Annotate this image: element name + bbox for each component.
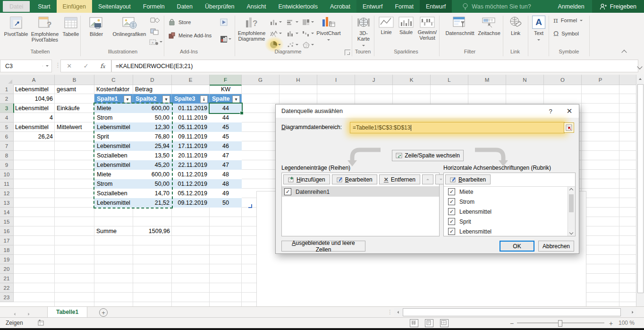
add-series-button[interactable]: Hinzufügen <box>283 174 330 184</box>
tab-seitenlayout[interactable]: Seitenlayout <box>92 0 137 13</box>
chart-data-range-input[interactable]: =Tabelle1!$C$3:$D$13 <box>350 122 565 133</box>
tab-einfügen[interactable]: Einfügen <box>57 0 92 13</box>
symbol-button[interactable]: ΩSymbol <box>553 31 586 37</box>
column-header-D[interactable]: D <box>133 75 172 85</box>
formula-input[interactable]: =KALENDERWOCHE(E3;21) <box>111 60 638 72</box>
cell-B1[interactable]: gesamt <box>55 85 94 94</box>
cell-A3[interactable]: Lebensmittel <box>13 104 55 113</box>
tab-ansicht[interactable]: Ansicht <box>241 0 272 13</box>
filter-dropdown-icon[interactable]: ▾ <box>124 96 131 103</box>
macro-record-icon[interactable] <box>38 319 45 326</box>
pie-chart-button[interactable] <box>270 40 284 49</box>
column-header-K[interactable]: K <box>393 75 431 85</box>
sheet-tab-tabelle1[interactable]: Tabelle1 <box>47 307 87 318</box>
table-cell[interactable]: 44 <box>210 113 242 122</box>
table-cell[interactable]: 48 <box>210 170 242 179</box>
cell-A6[interactable]: 26,24 <box>13 132 56 141</box>
recommended-pivottables-button[interactable]: ? Empfohlene PivotTables <box>29 16 60 43</box>
hierarchy-chart-button[interactable] <box>302 17 316 26</box>
table-cell[interactable]: 22.11.2019 <box>172 160 210 170</box>
row-header-5[interactable]: 5 <box>0 122 14 132</box>
row-header-18[interactable]: 18 <box>0 245 14 255</box>
bing-maps-addin-icon[interactable] <box>220 17 234 26</box>
table-cell[interactable]: 48 <box>210 179 242 189</box>
categories-scrollbar[interactable] <box>568 187 575 236</box>
table-header-Spalte1[interactable]: Spalte1▾ <box>94 94 133 104</box>
table-cell[interactable]: 01.11.2019 <box>172 113 210 122</box>
row-header-20[interactable]: 20 <box>0 264 14 274</box>
cell-B3[interactable]: Einkäufe <box>55 104 94 113</box>
tab-acrobat[interactable]: Acrobat <box>324 0 356 13</box>
hidden-empty-cells-button[interactable]: Ausgeblendete und leere Zellen <box>281 241 365 252</box>
diagramme-dialog-launcher[interactable] <box>345 50 350 55</box>
column-header-L[interactable]: L <box>431 75 468 85</box>
tab-scroll-splitter[interactable]: ⋮ <box>387 309 393 315</box>
slicer-button[interactable]: Datenschnitt <box>443 16 477 36</box>
horizontal-scrollbar[interactable] <box>394 308 636 316</box>
cell-A2[interactable]: 104,96 <box>13 94 56 104</box>
cancel-button[interactable]: Abbrechen <box>538 241 574 252</box>
3d-map-button[interactable]: 3D-Karte <box>353 16 374 47</box>
category-row[interactable]: ✓Lebensmittel <box>444 207 568 217</box>
table-cell[interactable]: 47 <box>210 160 242 170</box>
row-header-15[interactable]: 15 <box>0 217 14 226</box>
row-header-6[interactable]: 6 <box>0 132 14 141</box>
page-break-view-icon[interactable] <box>440 319 449 327</box>
timeline-button[interactable]: Zeitachse <box>477 16 501 36</box>
zoom-slider-thumb[interactable] <box>558 320 562 327</box>
column-header-N[interactable]: N <box>506 75 544 85</box>
horizontal-scrollbar-thumb[interactable] <box>403 308 621 316</box>
row-header-9[interactable]: 9 <box>0 160 14 170</box>
page-layout-view-icon[interactable] <box>425 319 433 327</box>
column-header-J[interactable]: J <box>355 75 393 85</box>
row-header-14[interactable]: 14 <box>0 208 14 217</box>
vertical-scrollbar[interactable] <box>636 75 644 306</box>
tab-start[interactable]: Start <box>32 0 56 13</box>
column-header-B[interactable]: B <box>55 75 94 85</box>
vertical-scrollbar-thumb[interactable] <box>637 84 644 293</box>
checkbox-icon[interactable]: ✓ <box>448 198 455 205</box>
edit-series-button[interactable]: Bearbeiten <box>332 174 377 184</box>
tab-entwurf[interactable]: Entwurf <box>420 0 452 13</box>
table-cell[interactable]: 01.11.2019 <box>172 104 210 113</box>
table-cell[interactable]: 47 <box>210 151 242 160</box>
waterfall-chart-button[interactable] <box>302 29 316 38</box>
shapes-button[interactable] <box>149 17 161 24</box>
row-header-11[interactable]: 11 <box>0 179 14 189</box>
sheet-nav-right-icon[interactable] <box>27 310 30 316</box>
smartart-button[interactable] <box>150 27 164 36</box>
pivotchart-button[interactable]: PivotChart <box>315 16 342 42</box>
ok-button[interactable]: OK <box>500 241 534 252</box>
cell-C16[interactable]: Summe <box>94 226 133 236</box>
tab-daten[interactable]: Daten <box>171 0 199 13</box>
cell-D1[interactable]: Betrag <box>133 85 172 94</box>
column-header-I[interactable]: I <box>317 75 355 85</box>
store-button[interactable]: Store <box>168 18 212 27</box>
category-row[interactable]: ✓Strom <box>444 197 568 207</box>
categories-scrollbar-thumb[interactable] <box>569 194 574 212</box>
row-header-22[interactable]: 22 <box>0 283 14 293</box>
bar-chart-button[interactable] <box>287 17 301 26</box>
row-header-17[interactable]: 17 <box>0 236 14 245</box>
row-header-8[interactable]: 8 <box>0 151 14 160</box>
table-button[interactable]: Tabelle <box>61 16 80 37</box>
sparkline-line-button[interactable]: Linie <box>377 17 396 35</box>
column-header-O[interactable]: O <box>544 75 582 85</box>
tab-datei[interactable]: Datei <box>3 1 30 12</box>
column-header-E[interactable]: E <box>172 75 210 85</box>
column-chart-button[interactable] <box>270 17 284 26</box>
cell-F1[interactable]: KW <box>210 85 242 94</box>
table-cell[interactable]: 05.12.2019 <box>172 189 210 198</box>
row-header-4[interactable]: 4 <box>0 113 14 122</box>
checkbox-icon[interactable]: ✓ <box>448 228 455 235</box>
series-row[interactable]: ✓Datenreihen1 <box>282 187 439 197</box>
checkbox-icon[interactable]: ✓ <box>284 188 291 195</box>
scatter-chart-button[interactable] <box>287 40 301 49</box>
row-header-21[interactable]: 21 <box>0 274 14 283</box>
cell-A4[interactable]: 4 <box>13 113 56 122</box>
row-header-13[interactable]: 13 <box>0 198 14 208</box>
table-cell[interactable]: 05.11.2019 <box>172 122 210 132</box>
link-button[interactable]: Link <box>505 16 526 36</box>
share-button[interactable]: Freigeben <box>592 0 644 13</box>
switch-row-column-button[interactable]: Zeile/Spalte wechseln <box>392 150 464 161</box>
